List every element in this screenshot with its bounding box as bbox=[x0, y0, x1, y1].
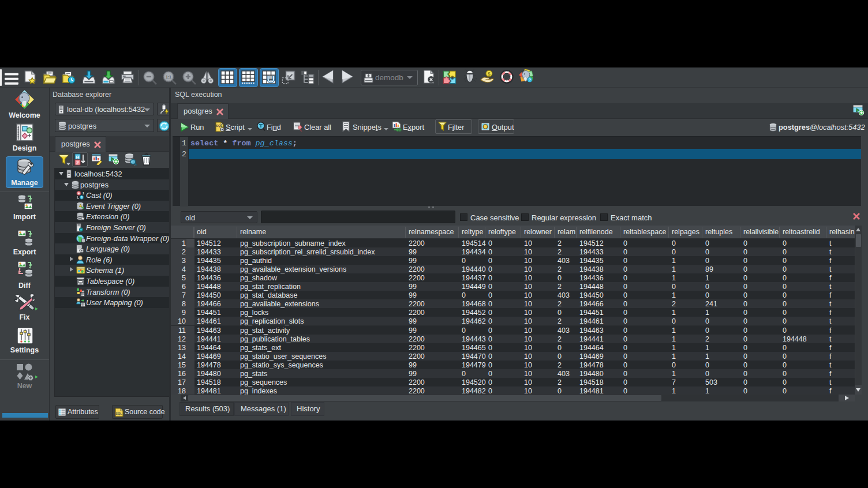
svg-text:Z: Z bbox=[76, 160, 79, 166]
svg-text:1: 1 bbox=[81, 196, 83, 200]
svg-text:1: 1 bbox=[83, 192, 85, 196]
svg-text:$: $ bbox=[488, 71, 491, 77]
svg-text:1:1: 1:1 bbox=[166, 75, 171, 79]
svg-text:H: H bbox=[76, 155, 80, 160]
svg-text:SQL: SQL bbox=[216, 124, 223, 127]
svg-text:?: ? bbox=[529, 78, 531, 82]
svg-text:SQL: SQL bbox=[115, 412, 122, 415]
